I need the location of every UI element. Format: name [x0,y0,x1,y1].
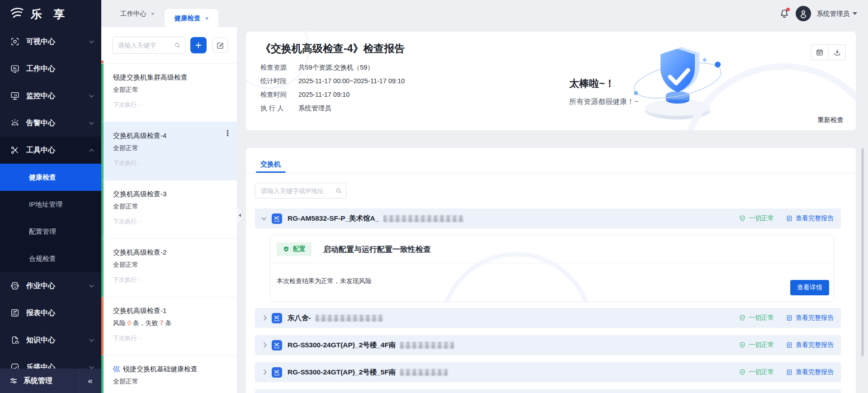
device-row-expanded[interactable]: RG-AM5832-SF-P_美术馆A_ 一切正常 查看完整报告 [255,208,841,228]
visual-center-icon [10,37,20,47]
redacted-device-info [383,215,464,222]
check-list-item[interactable]: 锐捷交换机集群高级检查 全部正常 下次执行: - [101,64,237,122]
status-ok-badge: 一切正常 [739,214,774,223]
redacted-device-info [316,315,383,322]
check-list-item-selected[interactable]: 交换机高级检查-4 全部正常 下次执行: - ⋮ [101,122,237,180]
device-results-card: 交换机 [246,148,856,393]
search-icon [174,42,181,49]
report-summary-card: 《交换机高级检查-4》检查报告 检查资源共59个资源,交换机（59） 统计时段2… [246,32,856,130]
sidebar-item-work-center[interactable]: 工作中心 [0,55,101,82]
meta-label: 检查资源 [260,61,288,74]
official-inspection-icon: 巛 [113,365,120,374]
vertical-scrollbar-thumb[interactable] [861,148,864,356]
download-report-button[interactable] [828,45,845,60]
next-run-label: 下次执行: - [113,276,231,284]
sidebar-item-job-center[interactable]: 作业中心 [0,272,101,299]
view-full-report-link[interactable]: 查看完整报告 [786,214,834,223]
system-management-label[interactable]: 系统管理 [24,376,79,386]
next-run-label: 下次执行: - [113,159,231,167]
tab-work-center[interactable]: 工作中心 × [110,0,165,27]
notification-bell-icon[interactable] [779,8,790,19]
tab-switches[interactable]: 交换机 [260,160,281,169]
config-badge: 配置 [277,242,311,256]
device-row[interactable]: RG-S5300-24GT(AP)_2号楼_4F南 一切正常 查看完整报告 [255,335,841,355]
chevron-up-icon [90,149,94,153]
sidebar-item-knowledge-center[interactable]: 知识中心 [0,327,101,354]
document-icon [786,341,793,349]
sidebar-item-monitor-center[interactable]: 监控中心 [0,82,101,109]
switch-device-icon [272,340,282,350]
check-status: 全部正常 [113,378,231,386]
sidebar-subitem-ip-management[interactable]: IP地址管理 [0,191,101,218]
view-detail-button[interactable]: 查看详情 [790,280,829,295]
sidebar-item-alert-center[interactable]: 告警中心 [0,109,101,137]
logo-waves-icon [9,7,25,21]
avatar[interactable] [796,6,811,21]
status-ok-badge: 一切正常 [739,368,774,376]
knowledge-center-icon [10,335,20,345]
sidebar-item-tool-center[interactable]: 工具中心 [0,137,101,164]
chevron-down-icon [90,39,94,43]
check-list-item[interactable]: 交换机高级检查-2 全部正常 下次执行: - [101,239,237,297]
check-list-item[interactable]: 交换机高级检查-3 全部正常 下次执行: - [101,180,237,239]
sidebar-collapse-button[interactable]: « [79,369,101,393]
banner-headline: 太棒啦~！ [569,77,638,90]
app-logo: 乐 享 [0,0,101,28]
health-banner: 太棒啦~！ 所有资源都很健康！~ [569,77,638,107]
user-menu[interactable]: 系统管理员 [817,9,858,18]
content-row: 锐捷交换机集群高级检查 全部正常 下次执行: - 交换机高级检查-4 全部正常 … [101,27,868,393]
device-name: RG-AM5832-SF-P_美术馆A_ [288,214,379,223]
device-name: 东八舍- [288,313,311,323]
top-tab-bar: 工作中心 × 健康检查 × 系统管理员 [101,0,868,27]
add-check-button[interactable] [190,37,207,53]
more-actions-icon[interactable]: ⋮ [224,129,231,137]
document-icon [786,215,793,222]
recheck-link[interactable]: 重新检查 [817,116,844,124]
device-row[interactable]: 东八舍- 一切正常 查看完整报告 [255,308,841,328]
report-center-icon [10,308,20,318]
device-row[interactable]: RG-S5300-24GT(AP)_2号楼_5F南 一切正常 查看完整报告 [255,362,841,382]
status-ok-badge: 一切正常 [739,314,774,322]
sidebar-item-visual-center[interactable]: 可视中心 [0,28,101,55]
report-title: 《交换机高级检查-4》检查报告 [260,42,405,56]
check-status: 全部正常 [113,144,231,152]
main-column: 工作中心 × 健康检查 × 系统管理员 [101,0,868,393]
view-full-report-link[interactable]: 查看完整报告 [786,341,834,349]
chevron-down-icon [90,283,94,288]
check-list: 锐捷交换机集群高级检查 全部正常 下次执行: - 交换机高级检查-4 全部正常 … [101,63,237,393]
meta-label: 执 行 人 [260,101,288,115]
tab-close-icon[interactable]: × [151,10,155,17]
sidebar-item-report-center[interactable]: 报表中心 [0,299,101,327]
meta-label: 检查时间 [260,88,288,101]
tab-close-icon[interactable]: × [205,15,209,22]
edit-note-button[interactable] [212,38,228,53]
device-row-partial[interactable] [255,389,841,393]
topbar-right: 系统管理员 [779,0,868,27]
open-tabs: 工作中心 × 健康检查 × [101,0,218,27]
next-run-label: 下次执行: - [113,334,231,342]
history-calendar-button[interactable] [811,45,828,60]
view-full-report-link[interactable]: 查看完整报告 [786,314,834,322]
check-result-text: 本次检查结果为正常，未发现风险 [277,277,372,285]
shield-check-icon [739,369,746,376]
sidebar-subitem-config-management[interactable]: 配置管理 [0,218,101,245]
meta-value: 系统管理员 [298,101,331,115]
check-list-toolbar [101,27,237,63]
system-settings-icon [9,376,18,385]
document-icon [786,314,793,322]
job-center-icon [10,281,20,291]
sidebar-subitem-compliance-check[interactable]: 合规检查 [0,245,101,272]
check-list-item[interactable]: 巛锐捷交换机基础健康检查 全部正常 [101,355,237,393]
check-list-item-risk[interactable]: 交换机高级检查-1 风险 0 条，失败 7 条 下次执行: - [101,297,237,355]
monitor-center-icon [10,91,20,101]
chevron-right-icon [261,342,266,347]
sidebar-subitem-health-check[interactable]: 健康检查 [0,164,101,191]
work-center-icon [10,64,20,74]
chevron-right-icon [261,369,266,374]
shield-check-icon [283,246,290,253]
view-full-report-link[interactable]: 查看完整报告 [786,368,834,376]
device-search-input[interactable] [255,183,346,199]
chevron-down-icon [90,365,94,369]
check-status: 全部正常 [113,203,231,211]
tab-health-check[interactable]: 健康检查 × [165,9,219,27]
